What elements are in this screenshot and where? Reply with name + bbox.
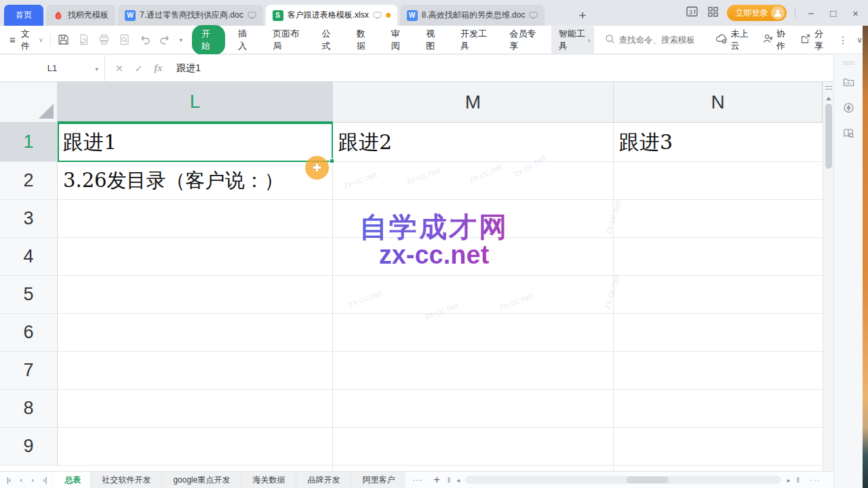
sheet-tab-customs[interactable]: 海关数据 xyxy=(241,472,296,488)
row-header-3[interactable]: 3 xyxy=(0,200,58,238)
tab-doc-email[interactable]: W 8.高效找邮箱的另类思维.doc xyxy=(400,5,545,26)
file-menu[interactable]: 文件 ∨ xyxy=(21,28,43,52)
insert-function-icon[interactable]: fx xyxy=(154,63,162,74)
row-header-5[interactable]: 5 xyxy=(0,276,58,314)
gridline xyxy=(332,123,333,471)
export-pdf-icon[interactable] xyxy=(77,33,90,46)
gridline xyxy=(58,389,823,390)
row-header-9[interactable]: 9 xyxy=(0,428,58,466)
divider xyxy=(795,7,795,18)
person-icon xyxy=(762,33,773,46)
sheet-more-icon[interactable]: ··· xyxy=(406,475,429,485)
app-grid-icon[interactable] xyxy=(707,6,719,20)
chart-tools-icon[interactable] xyxy=(842,76,855,89)
cloud-status[interactable]: 未上云 xyxy=(715,28,753,52)
minimize-button[interactable]: − xyxy=(804,7,818,19)
add-sheet-button[interactable]: + xyxy=(429,474,443,486)
column-header-L[interactable]: L xyxy=(58,82,333,123)
status-dots-icon: ··· xyxy=(803,476,833,484)
close-button[interactable]: × xyxy=(848,7,863,19)
tab-preview-icon xyxy=(248,12,256,20)
scroll-right-icon[interactable]: ▸ xyxy=(784,476,793,484)
column-header-M[interactable]: M xyxy=(333,82,614,123)
share-button[interactable]: 分享 xyxy=(800,28,829,52)
ribbon-tab-home[interactable]: 开始 xyxy=(192,25,225,55)
cloud-icon xyxy=(715,33,728,46)
scroll-up-icon[interactable] xyxy=(826,97,831,100)
horizontal-scroll-thumb[interactable] xyxy=(627,476,669,483)
ribbon-tab-data[interactable]: 数据 xyxy=(349,25,378,55)
cell-L2[interactable]: 3.26发目录（客户说：） xyxy=(63,162,284,200)
ribbon-tab-dev-tools[interactable]: 开发工具 xyxy=(453,25,496,55)
search-input[interactable] xyxy=(619,35,706,45)
select-all-corner[interactable] xyxy=(0,82,58,123)
formula-input[interactable]: 跟进1 xyxy=(172,55,201,81)
login-button[interactable]: 立即登录 xyxy=(727,5,787,21)
row-header-4[interactable]: 4 xyxy=(0,238,58,276)
sheet-nav-first-icon[interactable]: |‹ xyxy=(7,476,12,484)
hamburger-menu-icon[interactable]: ≡ xyxy=(9,34,16,45)
collaborate-button[interactable]: 协作 xyxy=(762,28,791,52)
maximize-button[interactable]: □ xyxy=(826,7,840,19)
row-header-7[interactable]: 7 xyxy=(0,352,58,390)
gridline xyxy=(58,237,823,238)
fill-handle[interactable] xyxy=(330,159,334,163)
tab-home[interactable]: 首页 xyxy=(4,5,43,26)
gridline xyxy=(58,351,823,352)
tab-docer-template[interactable]: 找稻壳模板 xyxy=(46,5,115,26)
sheet-tab-google[interactable]: google重点开发 xyxy=(161,472,241,488)
scrollbar-grip-icon[interactable]: ‖ xyxy=(793,476,803,484)
command-search[interactable] xyxy=(605,34,706,46)
save-icon[interactable] xyxy=(57,33,70,46)
print-icon[interactable] xyxy=(98,33,111,46)
ribbon-tab-insert[interactable]: 插入 xyxy=(231,25,260,55)
document-search-icon[interactable] xyxy=(842,127,855,140)
avatar xyxy=(771,6,785,20)
ribbon-tab-page-layout[interactable]: 页面布局 xyxy=(265,25,309,55)
ribbon-tab-formulas[interactable]: 公式 xyxy=(315,25,344,55)
toolbar-dropdown-icon[interactable]: ▾ xyxy=(179,37,182,43)
tab-customer-followup-active[interactable]: S 客户跟进表格模板.xlsx xyxy=(266,5,397,26)
sheet-tab-alibaba[interactable]: 阿里客户 xyxy=(351,472,406,488)
name-box[interactable]: L1 ▾ xyxy=(0,55,105,81)
split-handle[interactable] xyxy=(825,86,832,89)
smart-assistant-icon[interactable] xyxy=(842,102,855,115)
spreadsheet-grid[interactable]: L M N 1 2 3 4 5 6 7 8 9 zx-cc.net zx-cc.… xyxy=(0,82,823,471)
ribbon-tab-review[interactable]: 审阅 xyxy=(384,25,413,55)
row-header-6[interactable]: 6 xyxy=(0,314,58,352)
print-preview-icon[interactable] xyxy=(118,33,131,46)
sheet-tab-brand[interactable]: 品牌开发 xyxy=(296,472,351,488)
column-header-N[interactable]: N xyxy=(614,82,823,123)
tab-list-icon[interactable]: 3 xyxy=(686,5,699,20)
name-box-dropdown-icon[interactable]: ▾ xyxy=(95,66,98,73)
scrollbar-grip-icon[interactable]: ‖ xyxy=(444,476,454,484)
formula-confirm-icon[interactable]: ✓ xyxy=(135,63,143,74)
sheet-nav-last-icon[interactable]: ›| xyxy=(43,476,47,484)
new-tab-button[interactable]: + xyxy=(573,5,591,26)
ribbon-tab-member[interactable]: 会员专享 xyxy=(502,25,545,55)
sheet-tab-social[interactable]: 社交软件开发 xyxy=(90,472,161,488)
vertical-scroll-thumb[interactable] xyxy=(825,104,832,169)
sheet-nav-prev-icon[interactable]: ‹ xyxy=(20,476,23,484)
tab-doc-supplier[interactable]: W 7.通过零售商找到供应商.doc xyxy=(118,5,263,26)
scroll-left-icon[interactable]: ◂ xyxy=(454,476,462,484)
share-icon xyxy=(800,33,811,46)
redo-icon[interactable] xyxy=(159,33,172,46)
collapse-ribbon-icon[interactable]: ∨ xyxy=(856,35,863,45)
cell-M1[interactable]: 跟进2 xyxy=(338,123,392,162)
search-icon xyxy=(605,34,615,46)
vertical-scrollbar[interactable] xyxy=(823,82,833,471)
row-header-2[interactable]: 2 xyxy=(0,162,58,200)
more-options-icon[interactable]: ⋮ xyxy=(838,35,848,45)
horizontal-scrollbar[interactable] xyxy=(465,476,781,484)
gridline xyxy=(613,123,614,471)
sheet-tab-summary[interactable]: 总表 xyxy=(55,472,90,488)
sheet-nav-next-icon[interactable]: › xyxy=(31,476,34,484)
row-header-1[interactable]: 1 xyxy=(0,123,58,162)
undo-icon[interactable] xyxy=(138,33,151,46)
ribbon-tab-smart-tools[interactable]: 智能工具 › xyxy=(551,25,594,55)
formula-cancel-icon[interactable]: ✕ xyxy=(115,63,123,74)
row-header-8[interactable]: 8 xyxy=(0,390,58,428)
cell-N1[interactable]: 跟进3 xyxy=(619,123,673,162)
ribbon-tab-view[interactable]: 视图 xyxy=(418,25,448,55)
